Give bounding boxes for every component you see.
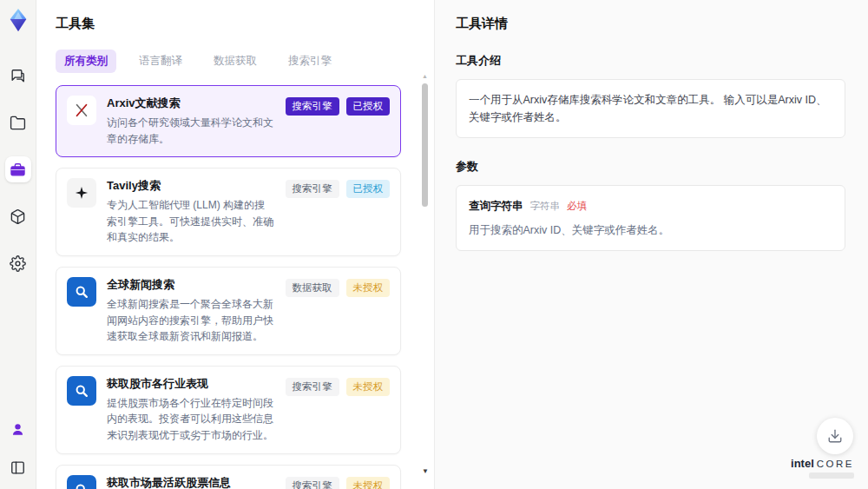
tool-name: Arxiv文献搜索 [107, 96, 275, 111]
param-name: 查询字符串 [469, 197, 523, 215]
arxiv-icon [67, 96, 96, 125]
category-tab-2[interactable]: 数据获取 [205, 50, 266, 73]
sidebar-nav [5, 63, 31, 276]
panel-toggle-icon[interactable] [5, 454, 31, 480]
auth-status-badge: 未授权 [346, 279, 391, 297]
tool-name: Tavily搜索 [107, 178, 275, 194]
tool-badges: 搜索引擎 未授权 [286, 475, 391, 489]
download-icon [827, 428, 843, 444]
scroll-down-icon[interactable]: ▼ [422, 468, 429, 475]
brand-watermark [809, 472, 854, 479]
category-badge: 数据获取 [286, 279, 339, 297]
tool-description: 全球新闻搜索是一个聚合全球各大新闻网站内容的搜索引擎，帮助用户快速获取全球最新资… [107, 296, 275, 345]
category-tabs: 所有类别语言翻译数据获取搜索引擎 [56, 50, 413, 73]
detail-title: 工具详情 [456, 16, 845, 32]
category-badge: 搜索引擎 [286, 378, 339, 396]
param-box: 查询字符串 字符串 必填 用于搜索的Arxiv ID、关键字或作者姓名。 [456, 185, 845, 251]
tool-card[interactable]: Tavily搜索 专为人工智能代理 (LLM) 构建的搜索引擎工具。可快速提供实… [56, 168, 401, 256]
tool-description: 访问各个研究领域大量科学论文和文章的存储库。 [107, 115, 275, 147]
download-button[interactable] [817, 418, 853, 454]
app-window: 工具集 所有类别语言翻译数据获取搜索引擎 Arxiv文献搜索 访问各个研究领域大… [0, 0, 868, 489]
settings-gear-icon[interactable] [5, 250, 31, 276]
tool-badges: 搜索引擎 已授权 [286, 96, 391, 147]
param-required-badge: 必填 [567, 198, 587, 214]
app-logo-icon[interactable] [5, 7, 31, 33]
intro-box: 一个用于从Arxiv存储库搜索科学论文和文章的工具。 输入可以是Arxiv ID… [456, 79, 845, 138]
user-avatar-icon[interactable] [5, 416, 31, 442]
auth-status-badge: 已授权 [346, 97, 391, 116]
news-icon [67, 376, 96, 406]
category-badge: 搜索引擎 [286, 180, 339, 198]
news-icon [67, 475, 96, 489]
scrollbar-thumb[interactable] [422, 83, 428, 207]
tool-badges: 搜索引擎 未授权 [286, 376, 391, 444]
tool-name: 获取股市各行业表现 [107, 376, 275, 392]
tool-badges: 搜索引擎 已授权 [286, 178, 391, 246]
tool-card[interactable]: 全球新闻搜索 全球新闻搜索是一个聚合全球各大新闻网站内容的搜索引擎，帮助用户快速… [56, 267, 401, 355]
auth-status-badge: 已授权 [346, 180, 391, 198]
brand-intel: intel [791, 457, 814, 470]
chat-icon[interactable] [5, 63, 31, 89]
tool-detail-panel: 工具详情 工具介绍 一个用于从Arxiv存储库搜索科学论文和文章的工具。 输入可… [434, 0, 868, 489]
auth-status-badge: 未授权 [346, 378, 391, 396]
param-head: 查询字符串 字符串 必填 [469, 197, 832, 215]
tool-description: 提供股票市场各个行业在特定时间段内的表现。投资者可以利用这些信息来识别表现优于或… [107, 395, 275, 444]
param-desc: 用于搜索的Arxiv ID、关键字或作者姓名。 [469, 221, 832, 239]
tool-description: 专为人工智能代理 (LLM) 构建的搜索引擎工具。可快速提供实时、准确和真实的结… [107, 197, 275, 246]
intro-text: 一个用于从Arxiv存储库搜索科学论文和文章的工具。 输入可以是Arxiv ID… [469, 94, 827, 123]
category-tab-1[interactable]: 语言翻译 [130, 50, 191, 73]
toolbox-icon[interactable] [5, 156, 31, 182]
tool-name: 获取市场最活跃股票信息 [107, 475, 275, 489]
tool-list: Arxiv文献搜索 访问各个研究领域大量科学论文和文章的存储库。 搜索引擎 已授… [56, 85, 413, 489]
page-title: 工具集 [56, 16, 413, 32]
scrollbar[interactable]: ▲ ▼ [421, 61, 430, 477]
params-heading: 参数 [456, 159, 845, 175]
intel-core-logo: intelcore [791, 457, 854, 479]
scroll-up-icon[interactable]: ▲ [422, 73, 428, 79]
tool-badges: 数据获取 未授权 [286, 277, 391, 345]
category-tab-3[interactable]: 搜索引擎 [279, 50, 340, 73]
sparkle-icon [67, 178, 96, 208]
category-badge: 搜索引擎 [286, 477, 339, 489]
tool-name: 全球新闻搜索 [107, 277, 275, 293]
brand-core: core [817, 459, 854, 469]
cube-icon[interactable] [5, 203, 31, 229]
tool-list-panel: 工具集 所有类别语言翻译数据获取搜索引擎 Arxiv文献搜索 访问各个研究领域大… [36, 0, 434, 489]
tool-card[interactable]: 获取股市各行业表现 提供股票市场各个行业在特定时间段内的表现。投资者可以利用这些… [56, 366, 401, 454]
auth-status-badge: 未授权 [346, 477, 391, 489]
sidebar-rail [0, 0, 36, 489]
param-type: 字符串 [530, 198, 561, 214]
intro-heading: 工具介绍 [456, 53, 845, 69]
sidebar-bottom [5, 416, 31, 480]
tool-card[interactable]: 获取市场最活跃股票信息 提供当天交易量最高的股票列表，投资者可以利用这些信息来识… [56, 465, 401, 489]
news-icon [67, 277, 96, 307]
tool-card[interactable]: Arxiv文献搜索 访问各个研究领域大量科学论文和文章的存储库。 搜索引擎 已授… [56, 85, 401, 157]
category-badge: 搜索引擎 [286, 97, 339, 116]
folder-icon[interactable] [5, 109, 31, 135]
category-tab-0[interactable]: 所有类别 [56, 50, 116, 73]
